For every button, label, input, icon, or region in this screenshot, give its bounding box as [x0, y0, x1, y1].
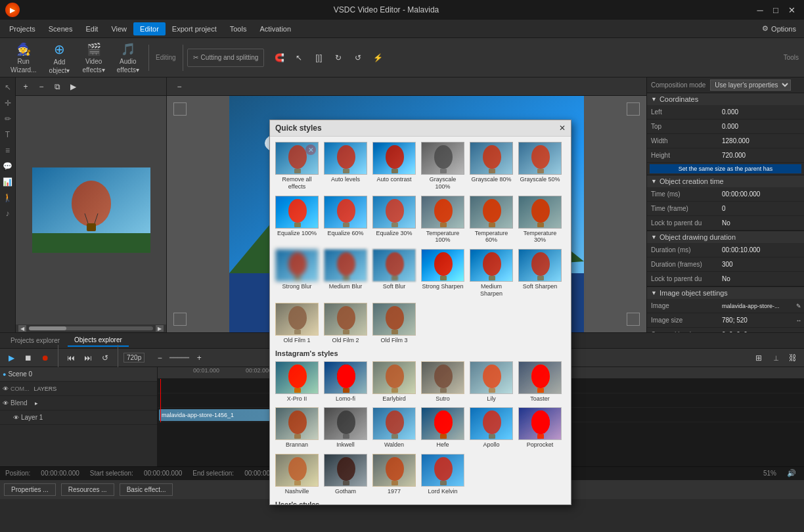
menu-activation[interactable]: Activation	[253, 22, 298, 35]
magnet-tool[interactable]: 🧲	[271, 49, 288, 66]
tl-skip-fwd[interactable]: ⏭	[81, 351, 95, 365]
quick-style-item[interactable]: Medium Blur	[323, 248, 368, 299]
center-zoom-out[interactable]: −	[172, 79, 187, 94]
duration-ms-value[interactable]: 00:00:10.000	[719, 246, 804, 254]
quick-style-item[interactable]: Temperature 30%	[517, 194, 563, 246]
drawing-duration-header[interactable]: ▼ Object drawing duration	[647, 231, 804, 243]
tl-play-btn[interactable]: ▶	[4, 351, 18, 365]
menu-projects[interactable]: Projects	[3, 22, 42, 35]
scroll-right[interactable]: ▶	[156, 325, 164, 332]
creation-time-header[interactable]: ▼ Object creation time	[647, 175, 804, 187]
window-controls[interactable]: ─ □ ✕	[753, 3, 799, 17]
basic-effect-btn[interactable]: Basic effect...	[120, 483, 173, 496]
chat-icon[interactable]: 💬	[1, 159, 15, 173]
quick-style-item[interactable]: Strong Sharpen	[420, 248, 466, 299]
properties-btn[interactable]: Properties ...	[4, 483, 56, 496]
image-settings-header[interactable]: ▼ Image object settings	[647, 287, 804, 299]
arrow-icon[interactable]: ↖	[1, 80, 15, 95]
menu-scenes[interactable]: Scenes	[42, 22, 79, 35]
quick-style-item[interactable]: Equalize 60%	[323, 194, 368, 246]
menu-tools[interactable]: Tools	[223, 22, 254, 35]
instagram-style-item[interactable]: 1977	[371, 453, 417, 497]
quick-style-item[interactable]: Equalize 30%	[371, 194, 417, 246]
instagram-style-item[interactable]: Nashville	[274, 453, 320, 497]
options-button[interactable]: ⚙ Options	[757, 22, 801, 35]
instagram-style-item[interactable]: Sutro	[420, 360, 466, 404]
image-size-btn[interactable]: ↔	[793, 315, 804, 326]
prop-left-value[interactable]: 0.000	[719, 108, 804, 116]
instagram-style-item[interactable]: Gotham	[323, 453, 368, 497]
image-edit-btn[interactable]: ✎	[793, 301, 804, 311]
lock-parent-value1[interactable]: No	[719, 219, 804, 227]
lock-parent-value2[interactable]: No	[719, 275, 804, 282]
chart-icon[interactable]: 📊	[1, 175, 15, 189]
selection-handle-bl[interactable]	[173, 313, 187, 326]
tl-zoom-out[interactable]: −	[152, 351, 167, 365]
audio-effects-button[interactable]: 🎵 Audio effects▾	[112, 41, 145, 75]
selection-handle-tr[interactable]	[627, 102, 640, 116]
quick-style-item[interactable]: Auto levels	[323, 141, 368, 192]
draw-icon[interactable]: ✏	[1, 112, 15, 126]
scene-del-icon[interactable]: −	[34, 79, 49, 94]
instagram-style-item[interactable]: Lord Kelvin	[420, 453, 466, 497]
tl-snap-btn[interactable]: ⟂	[769, 351, 783, 365]
music-icon[interactable]: ♪	[1, 206, 15, 221]
instagram-style-item[interactable]: Inkwell	[323, 406, 368, 450]
duration-frames-value[interactable]: 300	[719, 261, 804, 268]
coordinates-header[interactable]: ▼ Coordinates	[647, 93, 804, 105]
subtitle-icon[interactable]: ≡	[1, 143, 15, 158]
instagram-style-item[interactable]: Hefe	[420, 406, 466, 450]
tl-stop-btn[interactable]: ⏹	[21, 351, 35, 365]
trim-tool[interactable]: [|]	[310, 49, 327, 66]
instagram-style-item[interactable]: Poprocket	[517, 406, 563, 450]
tl-link-btn[interactable]: ⛓	[786, 351, 800, 365]
quick-style-item[interactable]: ✕Remove all effects	[274, 141, 320, 192]
rotate-cw-tool[interactable]: ↻	[330, 49, 347, 66]
close-button[interactable]: ✕	[784, 3, 799, 17]
quick-style-item[interactable]: Medium Sharpen	[468, 248, 514, 299]
comp-mode-select[interactable]: Use layer's properties	[710, 79, 791, 91]
tl-loop[interactable]: ↺	[98, 351, 112, 365]
quick-style-item[interactable]: Grayscale 80%	[468, 141, 514, 192]
scroll-left[interactable]: ◀	[18, 325, 26, 332]
tab-objects-explorer[interactable]: Objects explorer	[68, 334, 129, 347]
maximize-button[interactable]: □	[769, 3, 783, 17]
quick-style-item[interactable]: Soft Sharpen	[517, 248, 563, 299]
video-effects-button[interactable]: 🎬 Video effects▾	[77, 41, 110, 75]
prop-width-value[interactable]: 1280.000	[719, 137, 804, 144]
instagram-style-item[interactable]: Lomo-fi	[323, 360, 368, 404]
tl-skip-back[interactable]: ⏮	[64, 351, 78, 365]
quick-style-item[interactable]: Strong Blur	[274, 248, 320, 299]
prop-top-value[interactable]: 0.000	[719, 123, 804, 130]
tl-grid-btn[interactable]: ⊞	[751, 351, 766, 365]
quick-style-item[interactable]: Old Film 2	[323, 301, 368, 345]
instagram-style-item[interactable]: X-Pro II	[274, 360, 320, 404]
tl-record-btn[interactable]: ⏺	[38, 351, 53, 365]
move-icon[interactable]: ✛	[1, 96, 15, 110]
select-tool[interactable]: ↖	[290, 49, 307, 66]
rotate-ccw-tool[interactable]: ↺	[349, 49, 367, 66]
text-icon[interactable]: T	[1, 127, 15, 142]
minimize-button[interactable]: ─	[753, 3, 767, 17]
menu-edit[interactable]: Edit	[79, 22, 104, 35]
quick-style-item[interactable]: Grayscale 100%	[420, 141, 466, 192]
quick-style-item[interactable]: Old Film 3	[371, 301, 417, 345]
instagram-style-item[interactable]: Apollo	[468, 406, 514, 450]
quick-style-item[interactable]: Soft Blur	[371, 248, 417, 299]
tl-blend-expand[interactable]: ▸	[30, 396, 44, 410]
scene-dup-icon[interactable]: ⧉	[50, 79, 64, 94]
time-ms-value[interactable]: 00:00:00.000	[719, 190, 804, 198]
time-frame-value[interactable]: 0	[719, 205, 804, 212]
tl-com-eye[interactable]: 👁	[3, 386, 9, 392]
popup-scroll-area[interactable]: ✕Remove all effectsAuto levelsAuto contr…	[270, 137, 571, 504]
scene-add-icon[interactable]: +	[18, 79, 33, 94]
run-wizard-button[interactable]: 🧙 Run Wizard...	[5, 41, 41, 75]
instagram-style-item[interactable]: Walden	[371, 406, 417, 450]
popup-close-button[interactable]: ✕	[559, 123, 566, 133]
resources-btn[interactable]: Resources ...	[61, 483, 114, 496]
menu-view[interactable]: View	[104, 22, 133, 35]
quick-style-item[interactable]: Old Film 1	[274, 301, 320, 345]
menu-export[interactable]: Export project	[166, 22, 223, 35]
quick-style-item[interactable]: Grayscale 50%	[517, 141, 563, 192]
quick-style-item[interactable]: Temperature 100%	[420, 194, 466, 246]
